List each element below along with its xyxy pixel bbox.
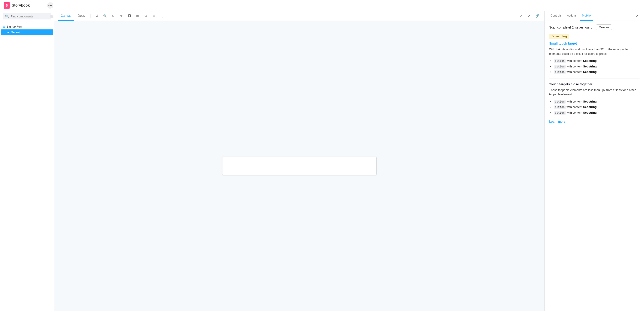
search-icon: 🔍 [5, 14, 9, 18]
bold-val: Set string [583, 105, 597, 109]
nav-child-text: Default [11, 30, 20, 34]
search-bar: 🔍 / [0, 11, 54, 22]
top-bar: S Storybook ••• [0, 0, 644, 11]
search-input[interactable] [11, 15, 49, 18]
issue2-desc: These tappable elements are less than 8p… [549, 88, 640, 97]
tab-actions[interactable]: Actions [564, 11, 579, 21]
nav-group-label[interactable]: ⊞ Signup Form [0, 24, 54, 30]
toolbar-fullscreen[interactable]: ⤢ [517, 12, 524, 20]
issue2-title: Touch targets close together [549, 82, 640, 86]
toolbar-divider [90, 14, 90, 18]
canvas-toolbar: Canvas Docs ↺ 🔍 ⊖ ⊕ 🖼 ⊞ ⧉ ▭ ⬚ ⤢ ↗ 🔗 [54, 11, 544, 21]
rescan-button[interactable]: Rescan [596, 24, 612, 30]
toolbar-grid[interactable]: ⊞ [134, 12, 141, 20]
nav-group-signup-form: ⊞ Signup Form ◈ Default [0, 24, 54, 35]
code-tag: button [554, 106, 566, 109]
bold-val: Set string [583, 111, 597, 114]
list-item: button with content Set string [554, 110, 640, 116]
story-icon: ◈ [7, 31, 9, 34]
bold-val: Set string [583, 70, 597, 74]
list-item: button with content Set string [554, 99, 640, 104]
toolbar-right-buttons: ⤢ ↗ 🔗 [517, 12, 541, 20]
logo-icon: S [4, 2, 10, 8]
warning-icon: ⚠ [552, 35, 554, 38]
tab-mobile[interactable]: Mobile [580, 11, 593, 21]
canvas-area: Canvas Docs ↺ 🔍 ⊖ ⊕ 🖼 ⊞ ⧉ ▭ ⬚ ⤢ ↗ 🔗 [54, 11, 544, 311]
toolbar-zoom-in[interactable]: 🔍 [101, 12, 108, 20]
list-item: button with content Set string [554, 58, 640, 64]
connector: with content [566, 65, 583, 68]
logo-area: S Storybook ••• [4, 2, 54, 8]
issue1-list: button with content Set string button wi… [554, 58, 640, 75]
list-item: button with content Set string [554, 64, 640, 70]
toolbar-frame[interactable]: ⬚ [158, 12, 166, 20]
toolbar-search[interactable]: ⊕ [118, 12, 125, 20]
right-panel: Controls Actions Mobile ⊟ ✕ Scan complet… [544, 11, 644, 311]
code-tag: button [554, 70, 566, 74]
tab-canvas[interactable]: Canvas [58, 11, 74, 21]
toolbar-copy[interactable]: ⧉ [142, 12, 149, 20]
code-tag: button [554, 111, 566, 115]
search-input-wrap[interactable]: 🔍 / [3, 13, 51, 20]
section-divider [549, 78, 640, 79]
bold-val: Set string [583, 59, 597, 62]
code-tag: button [554, 100, 566, 104]
search-kbd: / [50, 15, 54, 18]
toolbar-refresh[interactable]: ↺ [93, 12, 100, 20]
warning-badge: ⚠ warning [549, 34, 569, 39]
panel-content: Scan complete! 2 issues found. Rescan ⚠ … [545, 21, 644, 311]
app-title: Storybook [12, 4, 30, 8]
canvas-content [54, 21, 544, 311]
connector: with content [566, 105, 583, 109]
toolbar-image[interactable]: 🖼 [126, 12, 133, 20]
code-tag: button [554, 65, 566, 68]
sidebar-item-default[interactable]: ◈ Default [1, 30, 53, 35]
scan-result-bar: Scan complete! 2 issues found. Rescan [549, 24, 640, 30]
panel-split-view[interactable]: ⊟ [627, 13, 633, 19]
panel-close[interactable]: ✕ [634, 13, 640, 19]
toolbar-new-tab[interactable]: ↗ [526, 12, 533, 20]
panel-tabs: Controls Actions Mobile ⊟ ✕ [545, 11, 644, 21]
nav-tree: ⊞ Signup Form ◈ Default [0, 22, 54, 311]
canvas-frame [222, 157, 376, 175]
menu-button[interactable]: ••• [47, 2, 54, 8]
issue2-list: button with content Set string button wi… [554, 99, 640, 116]
bold-val: Set string [583, 65, 597, 68]
nav-group-text: Signup Form [6, 25, 23, 28]
learn-more-link[interactable]: Learn more [549, 120, 566, 123]
connector: with content [566, 70, 583, 74]
tab-controls[interactable]: Controls [548, 11, 564, 21]
connector: with content [566, 111, 583, 114]
sidebar: 🔍 / ⊞ Signup Form ◈ Default [0, 11, 54, 311]
connector: with content [566, 59, 583, 62]
component-icon: ⊞ [3, 25, 5, 28]
list-item: button with content Set string [554, 69, 640, 75]
main-layout: 🔍 / ⊞ Signup Form ◈ Default Canvas Docs [0, 11, 644, 311]
connector: with content [566, 100, 583, 103]
toolbar-link[interactable]: 🔗 [534, 12, 541, 20]
tab-docs[interactable]: Docs [75, 11, 88, 21]
toolbar-zoom-out[interactable]: ⊖ [110, 12, 117, 20]
issue1-desc: With heights and/or widths of less than … [549, 47, 640, 56]
code-tag: button [554, 59, 566, 63]
bold-val: Set string [583, 100, 597, 103]
issue1-title: Small touch target [549, 42, 640, 45]
warning-label: warning [556, 35, 567, 38]
list-item: button with content Set string [554, 104, 640, 110]
scan-text: Scan complete! 2 issues found. [549, 26, 593, 29]
toolbar-layout[interactable]: ▭ [150, 12, 158, 20]
